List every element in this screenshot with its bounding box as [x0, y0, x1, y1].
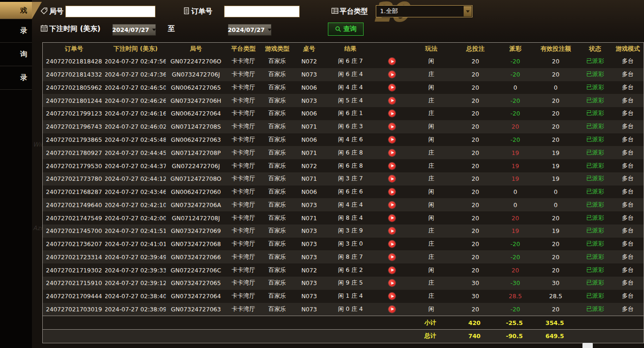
header-status: 状态	[578, 43, 612, 55]
cell-valid: 20	[533, 238, 578, 251]
header-game: 游戏类型	[261, 43, 294, 55]
cell-status: 已派彩	[578, 186, 612, 199]
cell-order: 240727021747549	[43, 211, 105, 224]
round-number-label: 局号	[49, 7, 63, 16]
cell-round: GN0732472706J	[166, 68, 226, 81]
cell-valid: 19	[533, 159, 578, 172]
cell-platform: 卡卡湾厅	[226, 303, 261, 316]
cell-time: 2024-07-27 02:47:56	[105, 55, 166, 68]
replay-icon[interactable]	[388, 136, 396, 143]
replay-icon[interactable]	[388, 149, 396, 156]
cell-play: 闲	[409, 55, 453, 68]
cell-bet: 20	[453, 211, 497, 224]
date-to-picker[interactable]: 2024/07/27	[228, 24, 272, 36]
cell-platform: 卡卡湾厅	[226, 263, 261, 277]
bottom-right-widget[interactable]	[582, 343, 593, 348]
cell-bet: 30	[453, 277, 497, 290]
cell-valid: 20	[533, 303, 578, 316]
sidebar-item-record-2[interactable]: 录	[0, 66, 32, 90]
cell-status: 已派彩	[578, 290, 612, 303]
replay-icon[interactable]	[388, 84, 396, 91]
table-row: 2407270217967432024-07-27 02:46:02GN0712…	[43, 120, 644, 133]
date-to-value: 2024/07/27	[228, 26, 265, 33]
table-row: 2407270217094442024-07-27 02:38:40GN0732…	[43, 290, 644, 303]
cell-mode: 多台	[612, 146, 644, 159]
result-text: 闲 3 庄 9	[325, 227, 376, 235]
platform-type-select[interactable]: 1.全部	[376, 5, 473, 17]
cell-valid: 0	[533, 186, 578, 199]
replay-icon[interactable]	[388, 162, 396, 170]
cell-platform: 卡卡湾厅	[226, 68, 261, 81]
replay-icon[interactable]	[388, 227, 396, 234]
result-text: 闲 6 庄 2	[325, 266, 376, 274]
replay-icon[interactable]	[388, 240, 396, 247]
cell-game: 百家乐	[261, 198, 294, 211]
cell-order: 240727021736207	[43, 238, 105, 251]
replay-icon[interactable]	[388, 215, 396, 222]
sidebar-item-label: 录	[20, 73, 27, 82]
replay-icon[interactable]	[388, 110, 396, 117]
cell-mode: 多台	[612, 250, 644, 263]
replay-icon[interactable]	[388, 58, 396, 65]
cell-table: N071	[294, 172, 325, 186]
sidebar-item-label: 戏	[20, 6, 27, 15]
replay-icon[interactable]	[388, 97, 396, 104]
replay-icon[interactable]	[388, 293, 396, 300]
cell-bet: 20	[453, 55, 497, 68]
cell-platform: 卡卡湾厅	[226, 277, 261, 290]
result-text: 闲 4 庄 4	[325, 84, 376, 92]
subtotal-row: 小计420-25.5354.5	[43, 316, 644, 329]
cell-time: 2024-07-27 02:44:12	[105, 172, 166, 186]
replay-icon[interactable]	[388, 201, 396, 209]
cell-payout: -20	[497, 238, 533, 251]
result-text: 闲 3 庄 0	[325, 240, 376, 248]
cell-mode: 多台	[612, 290, 644, 303]
table-row: 2407270217496402024-07-27 02:42:10GN0732…	[43, 198, 644, 211]
header-mode: 游戏模式	[612, 43, 644, 55]
replay-icon[interactable]	[388, 188, 396, 195]
cell-mode: 多台	[612, 238, 644, 251]
cell-order: 240727021715910	[43, 277, 105, 290]
result-text: 闲 5 庄 4	[325, 97, 376, 105]
replay-icon[interactable]	[388, 279, 396, 286]
cell-time: 2024-07-27 02:39:12	[105, 277, 166, 290]
cell-time: 2024-07-27 02:42:00	[105, 211, 166, 224]
order-number-input[interactable]	[224, 6, 300, 17]
cell-result: 闲 8 庄 7	[325, 250, 409, 263]
cell-time: 2024-07-27 02:46:02	[105, 120, 166, 133]
sidebar-item-game[interactable]: 戏	[0, 2, 32, 19]
cell-result: 闲 9 庄 5	[325, 277, 409, 290]
cell-play: 庄	[409, 250, 453, 263]
cell-order: 240727021805962	[43, 81, 105, 94]
header-bet: 总投注	[453, 43, 497, 55]
cell-mode: 多台	[612, 172, 644, 186]
cell-payout: 19	[497, 146, 533, 159]
query-button[interactable]: 查询	[328, 23, 364, 36]
sidebar-item-record-1[interactable]: 录	[0, 19, 32, 43]
cell-table: N073	[294, 277, 325, 290]
header-time: 下注时间 (美东)	[105, 43, 166, 55]
header-play: 玩法	[409, 43, 453, 55]
replay-icon[interactable]	[388, 306, 396, 313]
result-text: 闲 6 庄 6	[325, 188, 376, 196]
replay-icon[interactable]	[388, 267, 396, 274]
cell-payout: 20	[497, 263, 533, 277]
replay-icon[interactable]	[388, 254, 396, 261]
replay-icon[interactable]	[388, 71, 396, 78]
cell-status: 已派彩	[578, 107, 612, 120]
cell-time: 2024-07-27 02:42:10	[105, 198, 166, 211]
replay-icon[interactable]	[388, 123, 396, 130]
sidebar-item-query[interactable]: 询	[0, 43, 32, 66]
cell-table: N072	[294, 159, 325, 172]
round-number-input[interactable]	[65, 6, 155, 17]
document-icon	[183, 7, 190, 15]
subtotal-tail	[577, 316, 644, 329]
cell-time: 2024-07-27 02:44:37	[105, 159, 166, 172]
date-from-picker[interactable]: 2024/07/27	[112, 24, 156, 36]
table-row: 2407270217737802024-07-27 02:44:12GN0712…	[43, 172, 644, 186]
cell-platform: 卡卡湾厅	[226, 250, 261, 263]
cell-game: 百家乐	[261, 224, 294, 238]
replay-icon[interactable]	[388, 175, 396, 182]
total-spacer	[43, 330, 408, 343]
cell-result: 闲 3 庄 0	[325, 238, 409, 251]
